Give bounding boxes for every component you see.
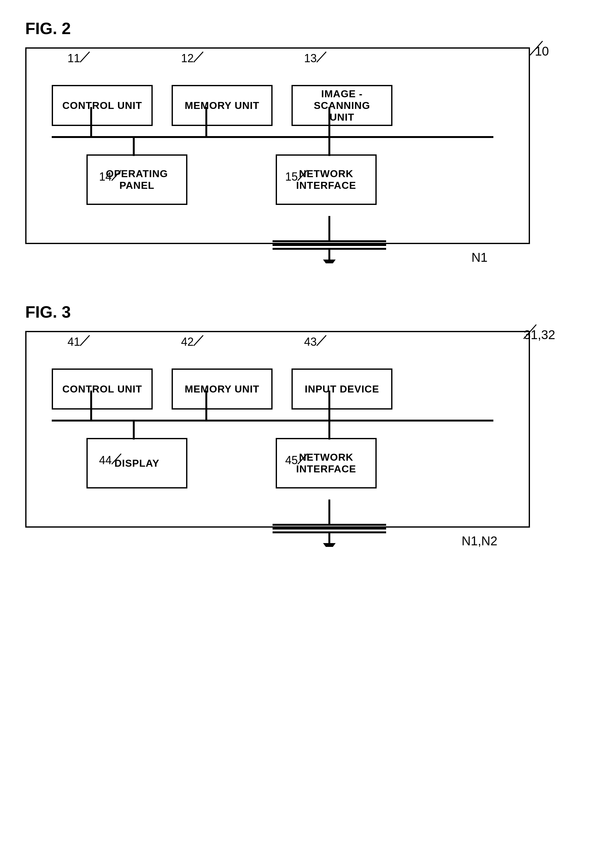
fig2-network-label: N1 bbox=[471, 250, 487, 265]
control-unit-box-fig2: CONTROL UNIT bbox=[52, 85, 153, 126]
fig3-network-label: N1,N2 bbox=[462, 534, 497, 548]
svg-line-34 bbox=[317, 335, 326, 346]
figure-3: FIG. 3 31,32 bbox=[25, 303, 575, 548]
svg-line-14 bbox=[80, 52, 89, 62]
svg-line-15 bbox=[194, 52, 203, 62]
svg-line-17 bbox=[112, 170, 121, 181]
svg-line-35 bbox=[112, 454, 121, 464]
memory-unit-box-fig2: MEMORY UNIT bbox=[171, 85, 273, 126]
svg-line-36 bbox=[298, 454, 307, 464]
input-device-box: INPUT DEVICE bbox=[291, 368, 392, 409]
svg-line-0 bbox=[530, 41, 542, 55]
image-scanning-unit-box: IMAGE - SCANNING UNIT bbox=[291, 85, 392, 126]
fig2-label: FIG. 2 bbox=[25, 19, 575, 38]
fig3-label: FIG. 3 bbox=[25, 303, 575, 321]
svg-line-18 bbox=[298, 170, 307, 181]
svg-line-16 bbox=[317, 52, 326, 62]
memory-unit-box-fig3: MEMORY UNIT bbox=[171, 368, 273, 409]
control-unit-box-fig3: CONTROL UNIT bbox=[52, 368, 153, 409]
figure-2: FIG. 2 10 bbox=[25, 19, 575, 265]
svg-line-33 bbox=[194, 335, 203, 346]
svg-line-32 bbox=[80, 335, 89, 346]
